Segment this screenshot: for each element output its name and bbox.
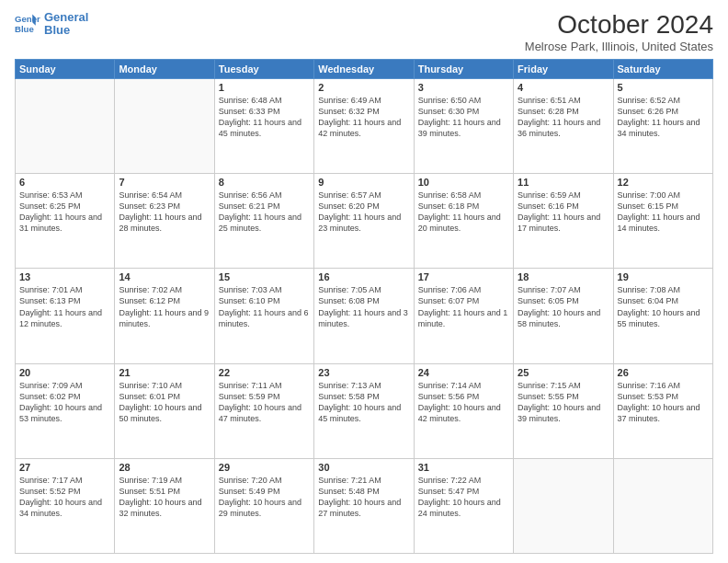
day-number: 3 — [418, 82, 509, 93]
calendar-cell: 23Sunrise: 7:13 AM Sunset: 5:58 PM Dayli… — [314, 363, 414, 458]
day-info: Sunrise: 7:01 AM Sunset: 6:13 PM Dayligh… — [19, 284, 110, 329]
day-info: Sunrise: 7:15 AM Sunset: 5:55 PM Dayligh… — [518, 380, 609, 425]
day-number: 17 — [418, 271, 509, 282]
calendar-cell: 25Sunrise: 7:15 AM Sunset: 5:55 PM Dayli… — [514, 363, 613, 458]
day-info: Sunrise: 6:57 AM Sunset: 6:20 PM Dayligh… — [318, 190, 409, 235]
day-number: 24 — [418, 367, 509, 378]
day-info: Sunrise: 7:17 AM Sunset: 5:52 PM Dayligh… — [19, 475, 110, 520]
calendar-cell: 8Sunrise: 6:56 AM Sunset: 6:21 PM Daylig… — [214, 174, 313, 269]
day-number: 19 — [618, 271, 709, 282]
weekday-header-saturday: Saturday — [613, 59, 712, 78]
calendar-week-row: 13Sunrise: 7:01 AM Sunset: 6:13 PM Dayli… — [16, 269, 713, 363]
day-info: Sunrise: 6:48 AM Sunset: 6:33 PM Dayligh… — [219, 95, 310, 140]
header: General Blue General Blue October 2024 M… — [15, 11, 713, 53]
calendar-cell: 13Sunrise: 7:01 AM Sunset: 6:13 PM Dayli… — [16, 269, 115, 363]
calendar-table: SundayMondayTuesdayWednesdayThursdayFrid… — [15, 59, 713, 554]
calendar-cell: 1Sunrise: 6:48 AM Sunset: 6:33 PM Daylig… — [214, 78, 313, 173]
calendar-cell: 10Sunrise: 6:58 AM Sunset: 6:18 PM Dayli… — [414, 174, 513, 269]
calendar-cell: 5Sunrise: 6:52 AM Sunset: 6:26 PM Daylig… — [613, 78, 712, 173]
day-number: 29 — [219, 462, 310, 473]
weekday-header-row: SundayMondayTuesdayWednesdayThursdayFrid… — [16, 59, 713, 78]
day-info: Sunrise: 7:05 AM Sunset: 6:08 PM Dayligh… — [318, 284, 409, 329]
day-number: 12 — [618, 177, 709, 188]
calendar-cell: 17Sunrise: 7:06 AM Sunset: 6:07 PM Dayli… — [414, 269, 513, 363]
calendar-cell — [613, 458, 712, 553]
calendar-week-row: 1Sunrise: 6:48 AM Sunset: 6:33 PM Daylig… — [16, 78, 713, 173]
calendar-cell: 3Sunrise: 6:50 AM Sunset: 6:30 PM Daylig… — [414, 78, 513, 173]
calendar-cell: 30Sunrise: 7:21 AM Sunset: 5:48 PM Dayli… — [314, 458, 414, 553]
day-number: 7 — [119, 177, 210, 188]
day-info: Sunrise: 7:03 AM Sunset: 6:10 PM Dayligh… — [219, 284, 310, 329]
month-title: October 2024 — [525, 11, 713, 40]
logo: General Blue General Blue — [15, 11, 88, 38]
calendar-cell — [16, 78, 115, 173]
day-number: 25 — [518, 367, 609, 378]
calendar-cell: 14Sunrise: 7:02 AM Sunset: 6:12 PM Dayli… — [115, 269, 214, 363]
day-info: Sunrise: 7:20 AM Sunset: 5:49 PM Dayligh… — [219, 475, 310, 520]
calendar-cell: 27Sunrise: 7:17 AM Sunset: 5:52 PM Dayli… — [16, 458, 115, 553]
day-number: 11 — [518, 177, 609, 188]
calendar-cell: 2Sunrise: 6:49 AM Sunset: 6:32 PM Daylig… — [314, 78, 414, 173]
calendar-cell: 31Sunrise: 7:22 AM Sunset: 5:47 PM Dayli… — [414, 458, 513, 553]
day-number: 15 — [219, 271, 310, 282]
svg-text:General: General — [15, 15, 40, 25]
title-section: October 2024 Melrose Park, Illinois, Uni… — [525, 11, 713, 53]
calendar-cell: 29Sunrise: 7:20 AM Sunset: 5:49 PM Dayli… — [214, 458, 313, 553]
day-number: 14 — [119, 271, 210, 282]
day-number: 21 — [119, 367, 210, 378]
calendar-cell: 6Sunrise: 6:53 AM Sunset: 6:25 PM Daylig… — [16, 174, 115, 269]
day-info: Sunrise: 7:19 AM Sunset: 5:51 PM Dayligh… — [119, 475, 210, 520]
day-info: Sunrise: 7:06 AM Sunset: 6:07 PM Dayligh… — [418, 284, 509, 329]
day-number: 9 — [318, 177, 409, 188]
day-info: Sunrise: 7:08 AM Sunset: 6:04 PM Dayligh… — [618, 284, 709, 329]
day-info: Sunrise: 6:50 AM Sunset: 6:30 PM Dayligh… — [418, 95, 509, 140]
day-info: Sunrise: 6:56 AM Sunset: 6:21 PM Dayligh… — [219, 190, 310, 235]
day-info: Sunrise: 7:07 AM Sunset: 6:05 PM Dayligh… — [518, 284, 609, 329]
calendar-cell: 24Sunrise: 7:14 AM Sunset: 5:56 PM Dayli… — [414, 363, 513, 458]
day-info: Sunrise: 7:16 AM Sunset: 5:53 PM Dayligh… — [618, 380, 709, 425]
day-info: Sunrise: 6:51 AM Sunset: 6:28 PM Dayligh… — [518, 95, 609, 140]
calendar-cell — [115, 78, 214, 173]
day-info: Sunrise: 7:13 AM Sunset: 5:58 PM Dayligh… — [318, 380, 409, 425]
calendar-cell: 28Sunrise: 7:19 AM Sunset: 5:51 PM Dayli… — [115, 458, 214, 553]
day-number: 10 — [418, 177, 509, 188]
weekday-header-tuesday: Tuesday — [214, 59, 313, 78]
day-info: Sunrise: 7:11 AM Sunset: 5:59 PM Dayligh… — [219, 380, 310, 425]
weekday-header-monday: Monday — [115, 59, 214, 78]
calendar-cell: 7Sunrise: 6:54 AM Sunset: 6:23 PM Daylig… — [115, 174, 214, 269]
day-number: 8 — [219, 177, 310, 188]
day-number: 23 — [318, 367, 409, 378]
logo-icon: General Blue — [15, 11, 40, 37]
day-info: Sunrise: 6:59 AM Sunset: 6:16 PM Dayligh… — [518, 190, 609, 235]
calendar-cell: 12Sunrise: 7:00 AM Sunset: 6:15 PM Dayli… — [613, 174, 712, 269]
day-info: Sunrise: 6:52 AM Sunset: 6:26 PM Dayligh… — [618, 95, 709, 140]
logo-blue: Blue — [44, 24, 88, 37]
day-number: 30 — [318, 462, 409, 473]
day-info: Sunrise: 6:54 AM Sunset: 6:23 PM Dayligh… — [119, 190, 210, 235]
calendar-cell: 26Sunrise: 7:16 AM Sunset: 5:53 PM Dayli… — [613, 363, 712, 458]
day-info: Sunrise: 6:53 AM Sunset: 6:25 PM Dayligh… — [19, 190, 110, 235]
day-number: 4 — [518, 82, 609, 93]
day-info: Sunrise: 7:21 AM Sunset: 5:48 PM Dayligh… — [318, 475, 409, 520]
day-info: Sunrise: 6:49 AM Sunset: 6:32 PM Dayligh… — [318, 95, 409, 140]
day-info: Sunrise: 7:14 AM Sunset: 5:56 PM Dayligh… — [418, 380, 509, 425]
calendar-cell: 9Sunrise: 6:57 AM Sunset: 6:20 PM Daylig… — [314, 174, 414, 269]
calendar-cell — [514, 458, 613, 553]
day-info: Sunrise: 7:02 AM Sunset: 6:12 PM Dayligh… — [119, 284, 210, 329]
weekday-header-friday: Friday — [514, 59, 613, 78]
day-info: Sunrise: 7:09 AM Sunset: 6:02 PM Dayligh… — [19, 380, 110, 425]
weekday-header-sunday: Sunday — [16, 59, 115, 78]
day-number: 20 — [19, 367, 110, 378]
day-number: 2 — [318, 82, 409, 93]
weekday-header-wednesday: Wednesday — [314, 59, 414, 78]
calendar-cell: 18Sunrise: 7:07 AM Sunset: 6:05 PM Dayli… — [514, 269, 613, 363]
day-number: 26 — [618, 367, 709, 378]
day-info: Sunrise: 7:10 AM Sunset: 6:01 PM Dayligh… — [119, 380, 210, 425]
calendar-week-row: 20Sunrise: 7:09 AM Sunset: 6:02 PM Dayli… — [16, 363, 713, 458]
day-number: 27 — [19, 462, 110, 473]
logo-general: General — [44, 11, 88, 24]
calendar-week-row: 27Sunrise: 7:17 AM Sunset: 5:52 PM Dayli… — [16, 458, 713, 553]
weekday-header-thursday: Thursday — [414, 59, 513, 78]
calendar-cell: 20Sunrise: 7:09 AM Sunset: 6:02 PM Dayli… — [16, 363, 115, 458]
day-info: Sunrise: 7:00 AM Sunset: 6:15 PM Dayligh… — [618, 190, 709, 235]
